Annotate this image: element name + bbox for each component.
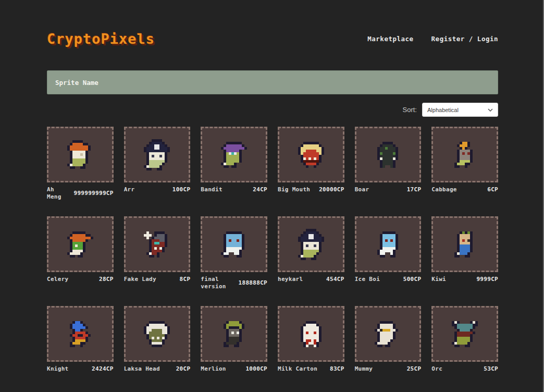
sprite-name: Big Mouth [278,186,310,193]
sprite-name: heykarl [278,276,303,283]
sprite-label-row: Big Mouth 20000CP [278,186,344,193]
sprite-name: Knight [47,365,69,373]
sprite-card[interactable]: Fake Lady 8CP [124,216,191,290]
sprite-image[interactable] [431,306,498,362]
header: CryptoPixels Marketplace Register / Logi… [47,29,498,48]
sprite-image[interactable] [431,216,498,272]
pixel-sprite-icon [221,142,247,168]
pixel-sprite-icon [144,231,170,258]
nav-register-login[interactable]: Register / Login [431,35,498,43]
sprite-card[interactable]: final version 188888CP [201,216,267,290]
pixel-sprite-icon [144,139,170,170]
sprite-card[interactable]: Mummy 25CP [355,306,422,373]
sprite-price: 8CP [180,276,191,283]
sprite-price: 500CP [403,276,422,283]
sprite-price: 100CP [172,186,191,193]
sprite-card[interactable]: Laksa Head 20CP [124,306,191,373]
sprite-label-row: Laksa Head 20CP [124,365,191,373]
pixel-sprite-icon [221,231,247,258]
sort-selected-value: Alphabetical [427,107,459,113]
sprite-label-row: Knight 2424CP [47,365,114,373]
sprite-image[interactable] [47,127,114,182]
pixel-sprite-icon [375,231,401,258]
pixel-sprite-icon [452,231,478,258]
sprite-card[interactable]: heykarl 454CP [278,216,344,290]
sprite-label-row: Arr 100CP [124,186,191,193]
sprite-label-row: Boar 17CP [355,186,422,193]
sprite-name: Kiwi [431,276,446,283]
sprite-image[interactable] [201,306,267,362]
sprite-name: Laksa Head [124,365,160,373]
chevron-down-icon [488,108,493,112]
pixel-sprite-icon [298,142,324,168]
pixel-sprite-icon [221,321,247,347]
sprite-price: 28CP [99,276,114,283]
pixel-sprite-icon [452,142,478,168]
sprite-label-row: heykarl 454CP [278,276,344,283]
sprite-image[interactable] [278,306,344,362]
sprite-name: Milk Carton [278,365,317,373]
sprite-price: 20000CP [319,186,344,193]
sort-row: Sort: Alphabetical [47,103,498,117]
sprite-image[interactable] [278,216,344,272]
sprite-name: Boar [355,186,369,193]
sprite-card[interactable]: Ah Meng 999999999CP [47,127,114,201]
pixel-sprite-icon [298,321,324,347]
page-container: CryptoPixels Marketplace Register / Logi… [47,29,498,373]
sprite-image[interactable] [355,127,422,182]
sprite-card[interactable]: Celery 28CP [47,216,114,290]
sprite-image[interactable] [431,127,498,182]
sprite-image[interactable] [278,127,344,182]
sprite-price: 17CP [407,186,422,193]
sprite-label-row: Bandit 24CP [201,186,267,193]
sprite-card[interactable]: Boar 17CP [355,127,422,201]
sprite-label-row: Mummy 25CP [355,365,422,373]
sprite-label-row: Cabbage 6CP [431,186,498,193]
pixel-sprite-icon [452,321,478,347]
sprite-card[interactable]: Bandit 24CP [201,127,267,201]
sprite-name: Ah Meng [47,186,72,201]
sprite-price: 83CP [330,365,344,373]
pixel-sprite-icon [67,321,93,347]
sprite-image[interactable] [124,127,191,182]
sprite-grid: Ah Meng 999999999CP Arr 100CP Bandit 24C… [47,127,498,373]
sprite-name: Celery [47,276,69,283]
sprite-price: 25CP [407,365,422,373]
sprite-card[interactable]: Merlion 1000CP [201,306,267,373]
sprite-name: Cabbage [431,186,456,193]
sprite-card[interactable]: Milk Carton 83CP [278,306,344,373]
sprite-price: 9999CP [476,276,498,283]
sprite-image[interactable] [355,306,422,362]
sprite-price: 188888CP [239,279,267,287]
sprite-image[interactable] [124,306,191,362]
sprite-image[interactable] [355,216,422,272]
sprite-image[interactable] [47,306,114,362]
sprite-price: 999999999CP [74,190,114,197]
sprite-name: Bandit [201,186,222,193]
sprite-price: 1000CP [245,365,267,373]
sprite-name: Fake Lady [124,276,156,283]
pixel-sprite-icon [375,142,401,168]
sprite-card[interactable]: Cabbage 6CP [431,127,498,201]
sprite-image[interactable] [124,216,191,272]
sprite-label-row: Merlion 1000CP [201,365,267,373]
sprite-card[interactable]: Ice Boi 500CP [355,216,422,290]
nav-marketplace[interactable]: Marketplace [367,35,413,43]
sprite-card[interactable]: Orc 53CP [431,306,498,373]
sprite-card[interactable]: Big Mouth 20000CP [278,127,344,201]
search-input[interactable] [47,70,498,94]
sprite-card[interactable]: Arr 100CP [124,127,191,201]
sort-select[interactable]: Alphabetical [422,103,498,117]
sprite-image[interactable] [47,216,114,272]
sprite-card[interactable]: Knight 2424CP [47,306,114,373]
sprite-image[interactable] [201,127,267,182]
sprite-name: final version [201,276,236,290]
sprite-card[interactable]: Kiwi 9999CP [431,216,498,290]
sprite-label-row: Celery 28CP [47,276,114,283]
pixel-sprite-icon [375,321,401,347]
sprite-label-row: Ah Meng 999999999CP [47,186,114,201]
main-nav: Marketplace Register / Login [367,35,498,43]
sprite-price: 6CP [487,186,498,193]
pixel-sprite-icon [144,321,170,347]
sprite-image[interactable] [201,216,267,272]
